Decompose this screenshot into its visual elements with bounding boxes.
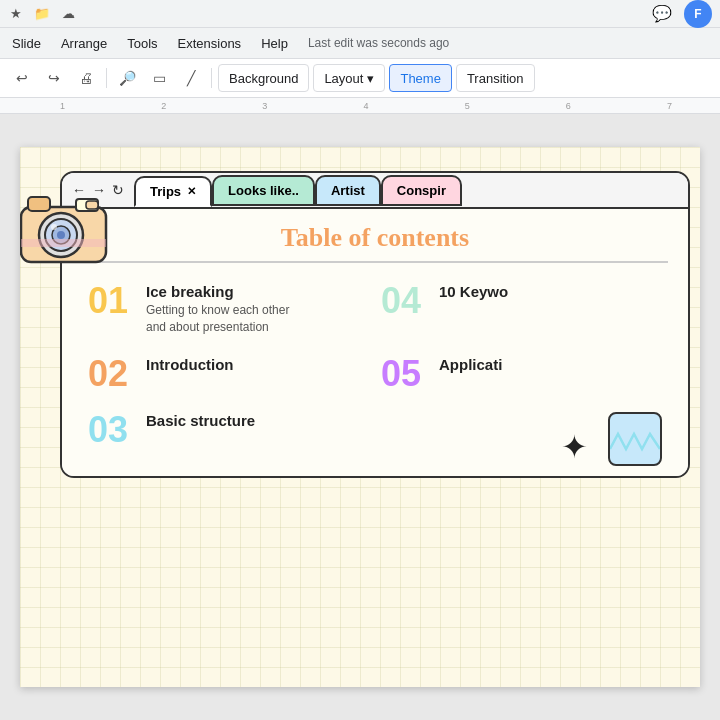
toc-text-01: Ice breaking Getting to know each othera… xyxy=(146,283,369,336)
toc-desc-01: Getting to know each otherand about pres… xyxy=(146,302,369,336)
select-button[interactable]: ▭ xyxy=(145,64,173,92)
camera-illustration xyxy=(20,187,116,267)
svg-rect-9 xyxy=(86,201,98,209)
toc-number-04: 04 xyxy=(381,283,431,319)
cloud-icon[interactable]: ☁ xyxy=(60,6,76,22)
toolbar-divider-2 xyxy=(211,68,212,88)
layout-button[interactable]: Layout ▾ xyxy=(313,64,385,92)
svg-rect-8 xyxy=(21,239,106,247)
toc-box-decoration xyxy=(608,412,662,466)
menu-extensions[interactable]: Extensions xyxy=(170,33,250,54)
ruler-mark-6: 6 xyxy=(518,101,619,111)
ruler-mark-7: 7 xyxy=(619,101,720,111)
toolbar-divider-1 xyxy=(106,68,107,88)
ruler-marks: 1 2 3 4 5 6 7 xyxy=(0,101,720,111)
menu-tools[interactable]: Tools xyxy=(119,33,165,54)
redo-button[interactable]: ↪ xyxy=(40,64,68,92)
toc-item-04: 04 10 Keywo xyxy=(375,273,668,346)
toc-text-04: 10 Keywo xyxy=(439,283,662,300)
top-bar-right: 💬 F xyxy=(648,0,712,28)
folder-icon[interactable]: 📁 xyxy=(34,6,50,22)
ruler-mark-2: 2 xyxy=(113,101,214,111)
toc-heading-01: Ice breaking xyxy=(146,283,369,300)
undo-button[interactable]: ↩ xyxy=(8,64,36,92)
slide-content: ← → ↻ Trips ✕ Looks like.. Artist xyxy=(20,147,700,687)
toc-item-02: 02 Introduction xyxy=(82,346,375,402)
tab-looks-label: Looks like.. xyxy=(228,183,299,198)
toc-grid: 01 Ice breaking Getting to know each oth… xyxy=(82,273,668,466)
tab-trips[interactable]: Trips ✕ xyxy=(134,176,212,207)
tab-conspir[interactable]: Conspir xyxy=(381,175,462,206)
tab-trips-label: Trips xyxy=(150,184,181,199)
svg-point-4 xyxy=(57,231,65,239)
menu-help[interactable]: Help xyxy=(253,33,296,54)
transition-button[interactable]: Transition xyxy=(456,64,535,92)
zoom-out-button[interactable]: 🔎 xyxy=(113,64,141,92)
toc-text-05: Applicati xyxy=(439,356,662,373)
top-bar-icons: ★ 📁 ☁ xyxy=(8,6,76,22)
tab-trips-close[interactable]: ✕ xyxy=(187,185,196,198)
toc-heading-02: Introduction xyxy=(146,356,369,373)
menu-bar: Slide Arrange Tools Extensions Help Last… xyxy=(0,28,720,58)
line-tool-button[interactable]: ╱ xyxy=(177,64,205,92)
toc-text-03: Basic structure xyxy=(146,412,369,429)
ruler-mark-5: 5 xyxy=(417,101,518,111)
toc-item-01: 01 Ice breaking Getting to know each oth… xyxy=(82,273,375,346)
slide[interactable]: ← → ↻ Trips ✕ Looks like.. Artist xyxy=(20,147,700,687)
svg-rect-5 xyxy=(28,197,50,211)
toc-number-05: 05 xyxy=(381,356,431,392)
ruler-mark-4: 4 xyxy=(315,101,416,111)
menu-slide[interactable]: Slide xyxy=(4,33,49,54)
toc-heading-04: 10 Keywo xyxy=(439,283,662,300)
ruler: 1 2 3 4 5 6 7 xyxy=(0,98,720,114)
tab-artist-label: Artist xyxy=(331,183,365,198)
last-edit-status: Last edit was seconds ago xyxy=(308,36,449,50)
comment-button[interactable]: 💬 xyxy=(648,0,676,28)
tab-looks[interactable]: Looks like.. xyxy=(212,175,315,206)
tab-artist[interactable]: Artist xyxy=(315,175,381,206)
slide-inner: Table of contents 01 Ice breaking Gettin… xyxy=(62,209,688,476)
browser-frame: ← → ↻ Trips ✕ Looks like.. Artist xyxy=(60,171,690,478)
avatar-button[interactable]: F xyxy=(684,0,712,28)
slide-title: Table of contents xyxy=(82,223,668,263)
layout-chevron: ▾ xyxy=(367,71,374,86)
toolbar: ↩ ↪ 🖨 🔎 ▭ ╱ Background Layout ▾ Theme Tr… xyxy=(0,58,720,98)
top-bar: ★ 📁 ☁ 💬 F xyxy=(0,0,720,28)
star-icon[interactable]: ★ xyxy=(8,6,24,22)
toc-heading-03: Basic structure xyxy=(146,412,369,429)
ruler-mark-3: 3 xyxy=(214,101,315,111)
svg-point-7 xyxy=(51,224,57,230)
theme-button[interactable]: Theme xyxy=(389,64,451,92)
toc-number-02: 02 xyxy=(88,356,138,392)
print-button[interactable]: 🖨 xyxy=(72,64,100,92)
toc-item-03: 03 Basic structure xyxy=(82,402,375,466)
ruler-mark-1: 1 xyxy=(12,101,113,111)
tab-conspir-label: Conspir xyxy=(397,183,446,198)
toc-item-sparkle: ✦ xyxy=(375,402,668,466)
menu-arrange[interactable]: Arrange xyxy=(53,33,115,54)
browser-tab-bar: ← → ↻ Trips ✕ Looks like.. Artist xyxy=(62,173,688,209)
toc-text-02: Introduction xyxy=(146,356,369,373)
toc-heading-05: Applicati xyxy=(439,356,662,373)
toc-item-05: 05 Applicati xyxy=(375,346,668,402)
sparkle-icon: ✦ xyxy=(561,428,588,466)
toc-number-01: 01 xyxy=(88,283,138,319)
canvas-area: ← → ↻ Trips ✕ Looks like.. Artist xyxy=(0,114,720,720)
background-button[interactable]: Background xyxy=(218,64,309,92)
toc-number-03: 03 xyxy=(88,412,138,448)
